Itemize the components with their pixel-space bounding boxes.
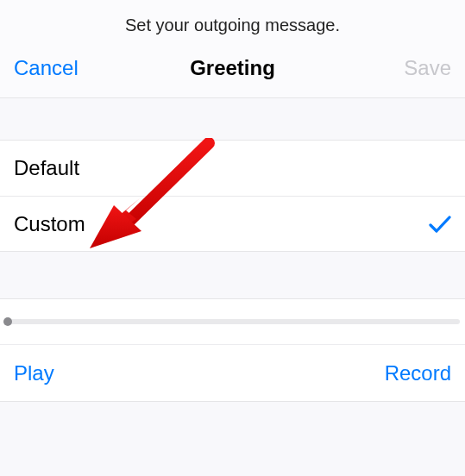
option-default-label: Default <box>14 156 79 180</box>
greeting-options-group: Default Custom <box>0 140 465 252</box>
section-gap <box>0 98 465 140</box>
checkmark-icon <box>429 213 451 235</box>
scrubber-track <box>5 319 460 324</box>
playback-scrubber[interactable] <box>0 299 465 344</box>
playback-actions: Play Record <box>0 344 465 401</box>
option-default[interactable]: Default <box>0 141 465 196</box>
instruction-text: Set your outgoing message. <box>0 0 465 41</box>
page-title: Greeting <box>91 56 374 80</box>
navbar: Cancel Greeting Save <box>0 41 465 97</box>
play-button[interactable]: Play <box>14 361 54 385</box>
record-button[interactable]: Record <box>385 361 451 385</box>
save-button[interactable]: Save <box>374 56 451 80</box>
playback-group: Play Record <box>0 298 465 402</box>
cancel-button[interactable]: Cancel <box>14 56 91 80</box>
option-custom[interactable]: Custom <box>0 196 465 251</box>
scrubber-thumb[interactable] <box>3 317 12 326</box>
header-area: Set your outgoing message. Cancel Greeti… <box>0 0 465 98</box>
option-custom-label: Custom <box>14 212 85 236</box>
section-gap <box>0 252 465 298</box>
